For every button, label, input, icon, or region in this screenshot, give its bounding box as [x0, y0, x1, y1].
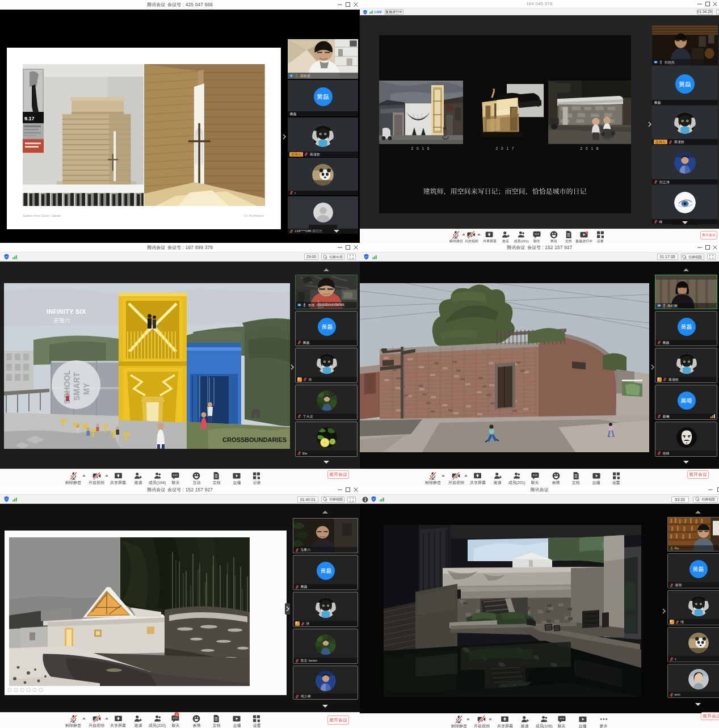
svg-text:SMART: SMART: [72, 372, 81, 400]
svg-text:MY: MY: [82, 382, 91, 395]
svg-text:9.17: 9.17: [24, 116, 35, 121]
svg-text:CROSSBOUNDARIES: CROSSBOUNDARIES: [222, 436, 287, 443]
